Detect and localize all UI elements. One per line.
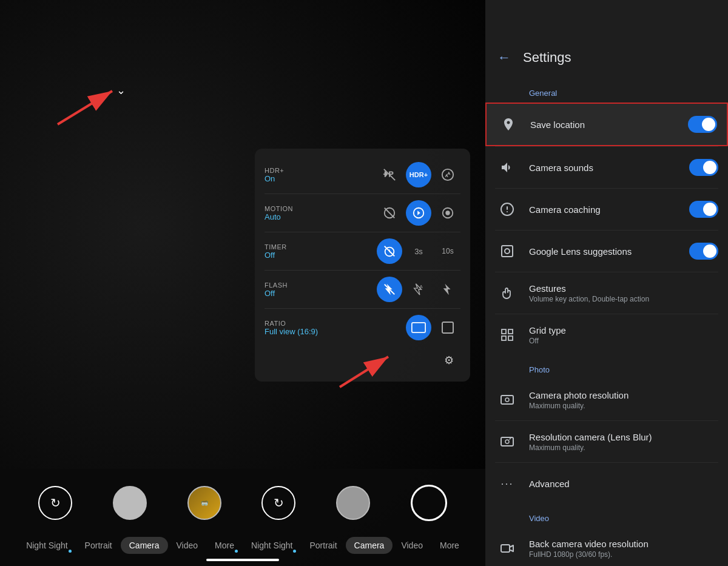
motion-auto-icon[interactable] (406, 200, 431, 226)
timer-setting-row[interactable]: TIMER Off 3s 10s (255, 235, 470, 268)
settings-item-save-location[interactable]: Save location (485, 103, 728, 146)
advanced-title: Advanced (529, 479, 718, 489)
svg-point-20 (505, 249, 510, 254)
toggle-knob-coaching (703, 203, 716, 216)
svg-rect-29 (501, 545, 510, 552)
ratio-value: Full view (16:9) (265, 327, 319, 336)
tab-portrait-2[interactable]: Portrait (301, 537, 345, 554)
timer-off-icon[interactable] (377, 238, 402, 264)
timer-10s-icon[interactable]: 10s (435, 238, 460, 264)
bottom-nav: ↻ 🥽 ↻ Night Sight Portrait Camera Video … (0, 469, 485, 566)
red-arrow-bottom (328, 345, 406, 399)
sound-icon (495, 155, 519, 180)
toggle-knob-lens (703, 244, 716, 258)
grid-text: Grid type Off (529, 325, 718, 345)
svg-rect-23 (502, 336, 506, 340)
flip-camera-btn-right[interactable]: ↻ (261, 486, 295, 520)
settings-item-video-res[interactable]: Back camera video resolution FullHD 1080… (485, 528, 728, 566)
red-arrow-top (46, 79, 124, 133)
flash-value: Off (265, 289, 319, 298)
tab-night-sight-2[interactable]: Night Sight (243, 537, 301, 554)
settings-item-gestures[interactable]: Gestures Volume key action, Double-tap a… (485, 272, 728, 314)
ratio-square-icon[interactable] (435, 315, 460, 340)
gestures-subtitle: Volume key action, Double-tap action (529, 295, 718, 303)
tab-dot (69, 550, 72, 553)
svg-rect-24 (508, 336, 513, 340)
lens-blur-title: Resolution camera (Lens Blur) (529, 432, 718, 442)
shutter-btn[interactable] (411, 485, 447, 521)
camera-sounds-toggle[interactable] (689, 159, 718, 176)
save-location-title: Save location (530, 120, 678, 130)
settings-item-camera-sounds[interactable]: Camera sounds (485, 147, 728, 188)
tab-portrait-1[interactable]: Portrait (76, 537, 121, 554)
hdr-off-icon[interactable] (377, 162, 402, 187)
svg-point-26 (505, 398, 509, 402)
gallery-thumb-left[interactable] (113, 486, 147, 520)
tab-video-1[interactable]: Video (168, 537, 207, 554)
settings-gear-icon[interactable]: ⚙ (437, 349, 460, 372)
tab-video-2[interactable]: Video (393, 537, 431, 554)
flash-auto-icon[interactable]: A (406, 277, 431, 302)
gallery-thumb-right[interactable] (336, 486, 370, 520)
motion-icons (377, 200, 460, 226)
tab-more-1[interactable]: More (206, 537, 243, 554)
camera-controls: ↻ 🥽 ↻ (0, 469, 485, 537)
tab-more-2[interactable]: More (431, 537, 468, 554)
hdr-label: HDR+ (265, 167, 319, 174)
ratio-wide-icon[interactable] (406, 315, 431, 340)
gallery-thumb-custom[interactable]: 🥽 (187, 486, 221, 520)
flash-off-icon[interactable] (377, 277, 402, 302)
lens-blur-text: Resolution camera (Lens Blur) Maximum qu… (529, 432, 718, 452)
lens-blur-icon (495, 430, 519, 454)
flash-setting-row[interactable]: FLASH Off A (255, 273, 470, 306)
timer-label: TIMER (265, 243, 319, 251)
home-indicator (206, 559, 279, 561)
settings-item-camera-coaching[interactable]: Camera coaching (485, 189, 728, 230)
flip-camera-btn-left[interactable]: ↻ (38, 486, 72, 520)
gestures-title: Gestures (529, 283, 718, 294)
section-header-general: General (485, 79, 728, 103)
settings-item-grid[interactable]: Grid type Off (485, 314, 728, 355)
save-location-text: Save location (530, 120, 678, 130)
flash-on-icon[interactable] (435, 277, 460, 302)
motion-on-icon[interactable] (435, 200, 460, 226)
camera-coaching-toggle[interactable] (689, 201, 718, 218)
svg-point-28 (505, 440, 509, 443)
ratio-label: RATIO (265, 320, 319, 327)
hdr-auto-icon[interactable] (435, 162, 460, 187)
timer-3s-icon[interactable]: 3s (406, 238, 431, 264)
tab-camera-2[interactable]: Camera (346, 537, 393, 554)
tab-camera-1[interactable]: Camera (121, 537, 168, 554)
settings-item-photo-res[interactable]: Camera photo resolution Maximum quality. (485, 379, 728, 420)
hdr-setting-row[interactable]: HDR+ On HDR+ (255, 158, 470, 191)
camera-sounds-title: Camera sounds (529, 163, 679, 173)
settings-item-lens[interactable]: Google Lens suggestions (485, 231, 728, 272)
lens-toggle[interactable] (689, 243, 718, 260)
motion-value: Auto (265, 212, 319, 221)
svg-line-17 (340, 357, 388, 387)
hdr-on-icon[interactable]: HDR+ (406, 162, 431, 187)
motion-off-icon[interactable] (377, 200, 402, 226)
lens-blur-subtitle: Maximum quality. (529, 443, 718, 452)
ratio-setting-row[interactable]: RATIO Full view (16:9) (255, 311, 470, 344)
save-location-toggle[interactable] (688, 116, 717, 133)
photo-res-icon (495, 388, 519, 412)
video-res-text: Back camera video resolution FullHD 1080… (529, 539, 718, 559)
settings-item-lens-blur-res[interactable]: Resolution camera (Lens Blur) Maximum qu… (485, 421, 728, 462)
svg-rect-27 (501, 437, 513, 446)
timer-icons: 3s 10s (377, 238, 460, 264)
svg-rect-22 (508, 329, 513, 334)
svg-rect-19 (502, 246, 513, 257)
svg-text:A: A (420, 284, 423, 289)
camera-coaching-text: Camera coaching (529, 204, 679, 215)
lens-icon (495, 239, 519, 263)
motion-setting-row[interactable]: MOTION Auto (255, 197, 470, 229)
back-button[interactable]: ← (495, 47, 513, 68)
gestures-text: Gestures Volume key action, Double-tap a… (529, 283, 718, 303)
photo-res-title: Camera photo resolution (529, 390, 718, 400)
flash-icons: A (377, 277, 460, 302)
tab-dot-2 (293, 550, 296, 553)
tab-night-sight-1[interactable]: Night Sight (18, 537, 76, 554)
timer-value: Off (265, 251, 319, 260)
settings-item-advanced[interactable]: ··· Advanced (485, 463, 728, 504)
